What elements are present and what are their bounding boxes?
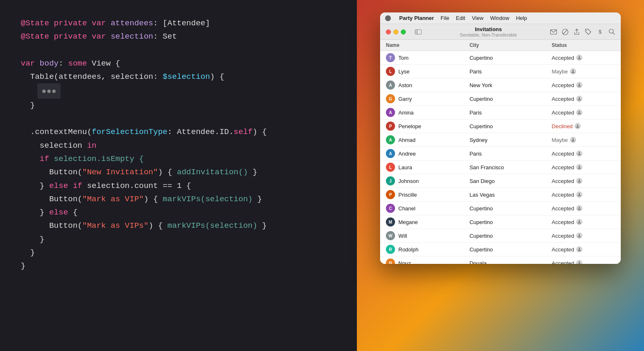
svg-point-11 [578,83,580,85]
status-cell: Accepted [546,78,621,92]
svg-point-37 [578,261,580,263]
svg-point-15 [578,111,580,112]
dollar-icon[interactable]: $ [597,29,603,35]
status-cell: Maybe [546,133,621,147]
window-controls [415,29,422,34]
name-cell: P Penelope [380,119,463,133]
city-cell: Cupertino [463,243,546,256]
table-row[interactable]: A Ahmad Sydney Maybe [380,133,621,147]
maximize-button[interactable] [401,29,406,34]
attendee-name: Priscille [398,192,417,198]
city-cell: Cupertino [463,92,546,106]
name-cell: A Aston [380,78,463,92]
code-panel: @State private var attendees: [Attendee]… [0,0,357,351]
table-row[interactable]: P Priscille Las Vegas Accepted [380,188,621,202]
window-title-area: Invitations Sendable, Non-Transferable [427,26,550,37]
status-person-icon [570,137,576,143]
svg-line-5 [613,33,615,34]
name-cell: G Garry [380,92,463,106]
name-cell: T Tom [380,51,463,65]
city-cell: Cupertino [463,119,546,133]
attendee-name: Chanel [398,205,415,212]
share-icon[interactable] [573,29,580,35]
name-cell: W Will [380,229,463,243]
status-person-icon [575,123,581,129]
status-person-icon [576,219,582,225]
attendee-name: Rodolph [398,246,418,253]
status-cell: Accepted [546,147,621,161]
name-cell: R Rodolph [380,243,463,256]
attendee-name: Tom [398,55,409,61]
name-cell: A Andree [380,147,463,161]
menu-view[interactable]: View [472,15,483,21]
col-name[interactable]: Name [380,40,463,51]
city-cell: Paris [463,106,546,119]
name-cell: L Laura [380,161,463,174]
menu-window[interactable]: Window [490,15,509,21]
status-cell: Accepted [546,161,621,174]
city-cell: San Diego [463,174,546,188]
menu-file[interactable]: File [441,15,449,21]
mail-icon[interactable] [550,29,557,35]
sidebar-toggle-icon[interactable] [415,29,422,34]
attendee-name: Andree [398,151,416,157]
status-cell: Accepted [546,215,621,229]
table-row[interactable]: N Nouz Douala Accepted [380,256,621,264]
minimize-button[interactable] [393,29,398,34]
svg-point-25 [578,179,580,181]
city-cell: Sydney [463,133,546,147]
table-container[interactable]: Name City Status T Tom Cupertino Accepte… [380,40,621,264]
table-row[interactable]: L Lyse Paris Maybe [380,65,621,78]
city-cell: Douala [463,256,546,264]
status-label: Accepted [552,151,574,157]
attendee-name: Laura [398,164,412,171]
table-row[interactable]: T Tom Cupertino Accepted [380,51,621,65]
close-button[interactable] [386,29,391,34]
col-status[interactable]: Status [546,40,621,51]
status-cell: Accepted [546,188,621,202]
status-cell: Declined [546,119,621,133]
traffic-lights [386,29,406,34]
window-title: Invitations [475,26,502,32]
city-cell: Cupertino [463,215,546,229]
table-row[interactable]: A Andree Paris Accepted [380,147,621,161]
status-person-icon [576,164,582,170]
table-row[interactable]: R Rodolph Cupertino Accepted [380,243,621,256]
table-row[interactable]: P Penelope Cupertino Declined [380,119,621,133]
table-row[interactable]: C Chanel Cupertino Accepted [380,202,621,215]
status-label: Declined [552,123,573,129]
city-cell: New York [463,78,546,92]
table-header-row: Name City Status [380,40,621,51]
table-row[interactable]: J Johnson San Diego Accepted [380,174,621,188]
attendee-name: Johnson [398,178,419,184]
svg-line-2 [563,29,568,34]
menu-help[interactable]: Help [516,15,527,21]
attendee-name: Amina [398,110,414,116]
table-row[interactable]: M Megane Cupertino Accepted [380,215,621,229]
status-person-icon [576,82,582,88]
table-row[interactable]: A Aston New York Accepted [380,78,621,92]
status-cell: Accepted [546,202,621,215]
svg-point-21 [578,152,580,154]
status-person-icon [576,55,582,61]
table-row[interactable]: L Laura San Francisco Accepted [380,161,621,174]
status-label: Maybe [552,68,568,75]
right-panel: Party Planner File Edit View Window Help… [357,0,644,351]
name-cell: M Megane [380,215,463,229]
status-cell: Accepted [546,229,621,243]
status-label: Accepted [552,55,574,61]
table-row[interactable]: A Amina Paris Accepted [380,106,621,119]
svg-point-13 [578,97,580,99]
tag-icon[interactable] [585,29,592,35]
table-row[interactable]: G Garry Cupertino Accepted [380,92,621,106]
col-city[interactable]: City [463,40,546,51]
table-row[interactable]: W Will Cupertino Accepted [380,229,621,243]
status-person-icon [576,96,582,102]
attendee-name: Will [398,233,407,239]
svg-point-4 [609,29,613,33]
menu-edit[interactable]: Edit [456,15,465,21]
block-icon[interactable] [562,29,568,35]
status-cell: Accepted [546,51,621,65]
search-icon[interactable] [608,29,615,35]
attendee-name: Lyse [398,68,410,75]
